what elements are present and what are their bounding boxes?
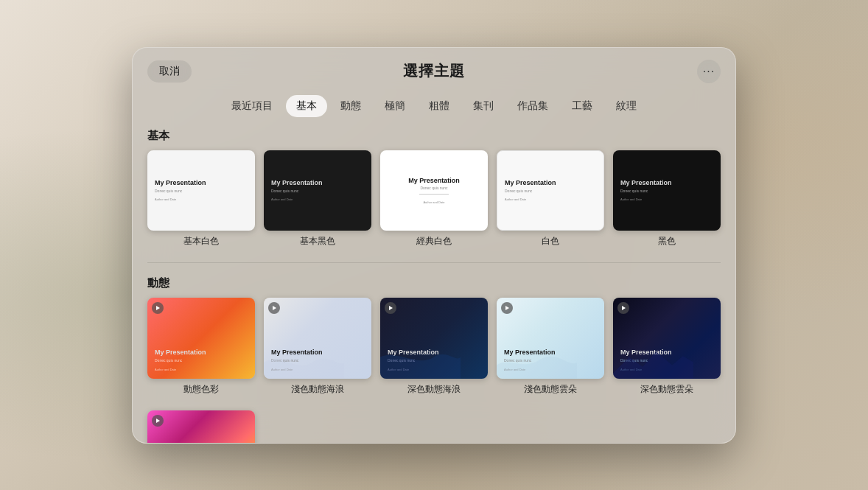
animated-theme-grid: My Presentation Donec quis nunc Author a… — [147, 298, 721, 396]
theme-thumb-basic-black: My Presentation Donec quis nunc Author a… — [264, 150, 371, 231]
tab-animated[interactable]: 動態 — [330, 95, 371, 117]
play-badge-colorful — [152, 302, 164, 314]
pres-title: My Presentation — [271, 179, 364, 187]
theme-label-anim-dark-wave: 深色動態海浪 — [407, 383, 461, 396]
play-badge-light-cloud — [501, 302, 513, 314]
pres-subtitle: Donec quis nunc — [420, 186, 447, 191]
pres-subtitle: Donec quis nunc — [271, 189, 364, 194]
play-badge-dark-cloud — [617, 302, 629, 314]
more-button[interactable]: ··· — [697, 60, 721, 83]
pres-author: Author and Date — [271, 197, 364, 201]
tab-texture[interactable]: 紋理 — [606, 95, 647, 117]
pres-author: Author and Date — [620, 197, 713, 201]
basic-theme-grid: My Presentation Donec quis nunc Author a… — [147, 150, 721, 248]
theme-label-black: 黑色 — [658, 235, 676, 248]
theme-item-anim-dark-cloud[interactable]: My Presentation Donec quis nunc Author a… — [613, 298, 721, 396]
mountain-svg — [613, 346, 693, 379]
theme-dialog: 取消 選擇主題 ··· 最近項目 基本 動態 極簡 粗體 集刊 作品集 工藝 紋… — [132, 47, 736, 444]
section-divider — [147, 262, 721, 263]
tab-portfolio[interactable]: 作品集 — [507, 95, 559, 117]
theme-label-anim-light-cloud: 淺色動態雲朵 — [524, 383, 577, 396]
pres-author: Author and Date — [155, 197, 248, 201]
theme-label-anim-dark-cloud: 深色動態雲朵 — [640, 383, 693, 396]
theme-item-anim-gradient[interactable]: MY PRESENTATION — [147, 410, 255, 443]
section-title-basic: 基本 — [147, 126, 721, 143]
theme-thumb-anim-dark-cloud: My Presentation Donec quis nunc Author a… — [613, 298, 721, 379]
theme-label-anim-colorful: 動態色彩 — [183, 383, 219, 396]
tab-bold[interactable]: 粗體 — [419, 95, 460, 117]
play-badge-dark-wave — [385, 302, 396, 314]
theme-thumb-anim-dark-wave: My Presentation Donec quis nunc Author a… — [380, 298, 488, 379]
theme-item-anim-dark-wave[interactable]: My Presentation Donec quis nunc Author a… — [380, 298, 488, 396]
theme-thumb-anim-light-cloud: My Presentation Donec quis nunc Author a… — [497, 298, 604, 379]
theme-label-anim-light-wave: 淺色動態海浪 — [291, 383, 344, 396]
theme-item-basic-white[interactable]: My Presentation Donec quis nunc Author a… — [147, 150, 255, 248]
cancel-button[interactable]: 取消 — [147, 60, 192, 83]
theme-thumb-anim-light-wave: My Presentation Donec quis nunc Author a… — [264, 298, 371, 379]
pres-author: Author and Date — [505, 197, 596, 201]
dialog-overlay: 取消 選擇主題 ··· 最近項目 基本 動態 極簡 粗體 集刊 作品集 工藝 紋… — [0, 0, 868, 490]
pres-author: Author and Date — [155, 368, 248, 371]
theme-thumb-classic-white: My Presentation Donec quis nunc Author a… — [380, 150, 488, 231]
more-icon: ··· — [703, 65, 715, 78]
theme-item-anim-light-cloud[interactable]: My Presentation Donec quis nunc Author a… — [497, 298, 604, 396]
wave-svg — [264, 346, 344, 379]
pres-author: Author and Date — [423, 200, 444, 204]
theme-item-classic-white[interactable]: My Presentation Donec quis nunc Author a… — [380, 150, 488, 248]
theme-label-basic-black: 基本黑色 — [300, 235, 335, 248]
theme-thumb-black: My Presentation Donec quis nunc Author a… — [613, 150, 721, 231]
pres-title: My Presentation — [620, 179, 713, 187]
tab-bar: 最近項目 基本 動態 極簡 粗體 集刊 作品集 工藝 紋理 — [133, 92, 735, 126]
pres-subtitle: Donec quis nunc — [505, 189, 596, 194]
pres-subtitle: Donec quis nunc — [155, 358, 248, 363]
theme-label-basic-white: 基本白色 — [183, 235, 219, 248]
theme-item-anim-colorful[interactable]: My Presentation Donec quis nunc Author a… — [147, 298, 255, 396]
play-badge-gradient — [152, 415, 164, 427]
tab-basic[interactable]: 基本 — [286, 95, 327, 117]
pres-subtitle: Donec quis nunc — [155, 189, 248, 194]
pres-title: My Presentation — [408, 177, 460, 185]
theme-thumb-white: My Presentation Donec quis nunc Author a… — [497, 150, 604, 231]
theme-item-black[interactable]: My Presentation Donec quis nunc Author a… — [613, 150, 721, 248]
tab-craft[interactable]: 工藝 — [561, 95, 603, 117]
theme-thumb-anim-gradient: MY PRESENTATION — [147, 410, 255, 443]
theme-item-anim-light-wave[interactable]: My Presentation Donec quis nunc Author a… — [264, 298, 371, 396]
divider-line — [419, 194, 449, 195]
animated-theme-grid-2: MY PRESENTATION — [147, 410, 721, 443]
tab-recent[interactable]: 最近項目 — [221, 95, 283, 117]
pres-title: My Presentation — [155, 349, 248, 357]
theme-thumb-anim-colorful: My Presentation Donec quis nunc Author a… — [147, 298, 255, 379]
theme-item-white[interactable]: My Presentation Donec quis nunc Author a… — [497, 150, 604, 248]
play-badge-light-wave — [268, 302, 280, 314]
dialog-content: 基本 My Presentation Donec quis nunc Autho… — [133, 126, 735, 443]
theme-item-basic-black[interactable]: My Presentation Donec quis nunc Author a… — [264, 150, 371, 248]
theme-thumb-basic-white: My Presentation Donec quis nunc Author a… — [147, 150, 255, 231]
tab-minimal[interactable]: 極簡 — [374, 95, 416, 117]
wave-svg-dark — [380, 346, 461, 379]
dialog-title: 選擇主題 — [403, 61, 465, 81]
theme-label-classic-white: 經典白色 — [416, 235, 452, 248]
pres-title: My Presentation — [155, 179, 248, 187]
theme-label-white: 白色 — [542, 235, 559, 248]
pres-subtitle: Donec quis nunc — [620, 189, 713, 194]
dialog-header: 取消 選擇主題 ··· — [133, 48, 735, 92]
cloud-svg-light — [497, 346, 577, 379]
section-title-animated: 動態 — [147, 273, 721, 290]
tab-magazine[interactable]: 集刊 — [463, 95, 504, 117]
pres-title: My Presentation — [505, 179, 596, 187]
